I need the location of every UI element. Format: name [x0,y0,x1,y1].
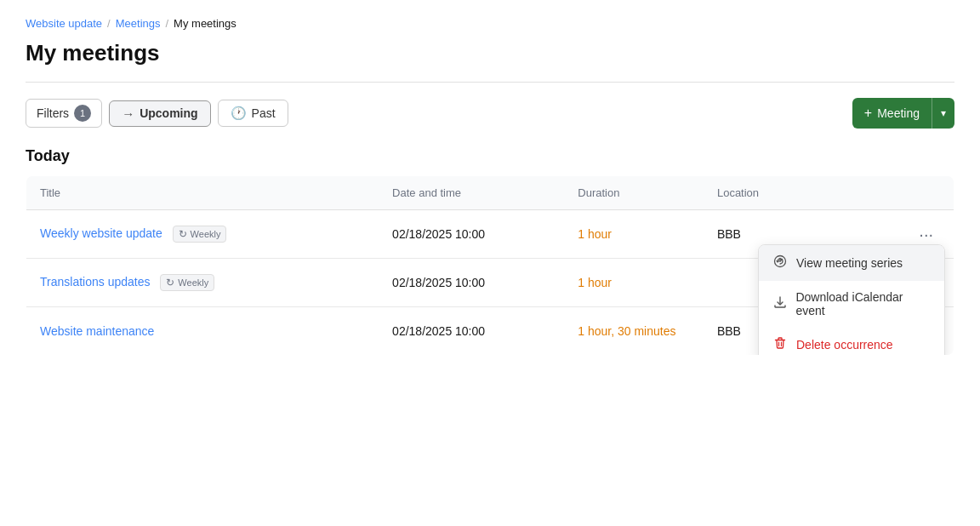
table-row: Weekly website update ↻ Weekly 02/18/202… [26,210,954,259]
col-datetime: Date and time [379,176,564,210]
recurrence-icon-2: ↻ [166,277,174,289]
breadcrumb: Website update / Meetings / My meetings [26,17,954,30]
add-meeting-main: + Meeting [852,99,932,128]
table-header: Title Date and time Duration Location [26,176,954,210]
plus-icon: + [864,106,872,121]
upcoming-label: Upcoming [140,106,197,120]
row2-duration: 1 hour [564,259,704,307]
toolbar: Filters 1 → Upcoming 🕐 Past + Meeting ▾ [26,98,954,129]
col-title: Title [26,176,379,210]
table-body: Weekly website update ↻ Weekly 02/18/202… [26,210,954,356]
add-meeting-label: Meeting [877,106,920,120]
upcoming-icon: → [122,106,134,121]
row1-recurrence-label: Weekly [191,229,221,239]
download-icon [772,295,787,312]
row1-title-cell: Weekly website update ↻ Weekly [26,210,379,259]
today-heading: Today [26,147,954,165]
past-tab[interactable]: 🕐 Past [218,100,288,127]
row2-title-cell: Translations updates ↻ Weekly [26,259,379,307]
row1-duration: 1 hour [564,210,704,259]
view-series-label: View meeting series [796,256,903,270]
past-label: Past [252,106,276,120]
row1-datetime: 02/18/2025 10:00 [379,210,564,259]
add-meeting-caret[interactable]: ▾ [932,100,954,126]
page-title: My meetings [26,40,954,66]
breadcrumb-sep-1: / [107,17,111,30]
delete-occurrence-label: Delete occurrence [796,338,893,352]
dropdown-menu: View meeting series Download iCalendar e… [758,244,945,356]
row2-datetime: 02/18/2025 10:00 [379,259,564,307]
row3-title-link[interactable]: Website maintenance [40,324,154,338]
trash-icon [772,336,788,353]
filters-label: Filters [37,106,69,120]
delete-occurrence-item[interactable]: Delete occurrence [759,327,944,356]
row1-actions: ··· View meeting s [843,210,954,259]
breadcrumb-link-meetings[interactable]: Meetings [116,17,161,30]
download-ical-item[interactable]: Download iCalendar event [759,281,944,327]
row1-title-link[interactable]: Weekly website update [40,226,162,240]
download-ical-label: Download iCalendar event [795,290,931,317]
recurrence-icon: ↻ [179,228,187,240]
row3-datetime: 02/18/2025 10:00 [379,307,564,356]
row2-title-link[interactable]: Translations updates [40,275,150,289]
view-series-item[interactable]: View meeting series [759,245,944,281]
filters-button[interactable]: Filters 1 [26,99,102,128]
upcoming-tab[interactable]: → Upcoming [109,100,210,127]
breadcrumb-sep-2: / [165,17,168,30]
view-series-icon [772,254,788,272]
row2-recurrence-badge: ↻ Weekly [160,274,214,291]
row1-more-button[interactable]: ··· [912,222,940,246]
row2-duration-value: 1 hour [578,276,612,289]
col-duration: Duration [564,176,704,210]
row3-duration: 1 hour, 30 minutes [564,307,704,356]
toolbar-left: Filters 1 → Upcoming 🕐 Past [26,99,288,128]
add-meeting-button[interactable]: + Meeting ▾ [852,98,954,129]
row1-duration-value: 1 hour [578,227,612,241]
row1-recurrence-badge: ↻ Weekly [173,226,227,243]
past-icon: 🕐 [231,106,247,121]
divider [26,82,954,83]
breadcrumb-link-website-update[interactable]: Website update [26,17,102,30]
col-actions [843,176,954,210]
meetings-table: Title Date and time Duration Location We… [26,175,954,356]
filters-badge: 1 [74,105,91,122]
row2-recurrence-label: Weekly [178,277,208,288]
row3-title-cell: Website maintenance [26,307,379,356]
col-location: Location [704,176,843,210]
breadcrumb-current: My meetings [174,17,236,30]
row3-duration-value: 1 hour, 30 minutes [578,324,675,338]
